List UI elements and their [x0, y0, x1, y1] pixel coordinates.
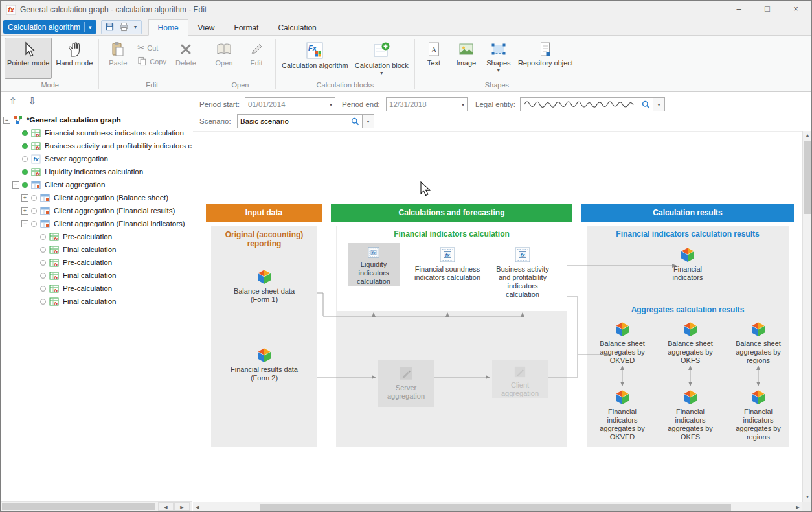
tree-item-pre-calculation-1[interactable]: Pre-calculation: [1, 230, 192, 243]
collapse-icon[interactable]: −: [21, 220, 28, 227]
chevron-down-icon: ▾: [89, 24, 92, 30]
vertical-scrollbar[interactable]: ▲ ▼: [802, 131, 811, 502]
search-icon[interactable]: [351, 117, 359, 126]
tree-item-final-calculation-1[interactable]: Final calculation: [1, 243, 192, 256]
calculation-node-icon: [31, 141, 41, 151]
legal-entity-dropdown-button[interactable]: ▾: [653, 97, 665, 111]
calculation-algorithm-menu-button[interactable]: Calculation algorithm ▾: [3, 20, 96, 34]
tree-item-final-calculation-3[interactable]: Final calculation: [1, 295, 192, 308]
diagram-node-server-aggregation-disabled[interactable]: Server aggregation: [378, 360, 434, 407]
calculation-block-button[interactable]: Calculation block ▾: [352, 38, 411, 79]
paste-button[interactable]: Paste: [102, 38, 133, 79]
legal-entity-redacted-value: [523, 99, 642, 110]
close-button[interactable]: ×: [782, 1, 810, 19]
move-up-button[interactable]: ⇧: [7, 95, 19, 107]
scroll-up-button[interactable]: ▲: [803, 131, 812, 140]
group-separator: [98, 39, 99, 89]
button-divider: [84, 22, 85, 32]
group-separator: [414, 39, 415, 89]
search-icon[interactable]: [642, 100, 650, 109]
diagram-node-fi-aggregates-regions[interactable]: Financial indicators aggregates by regio…: [729, 389, 787, 441]
scenario-dropdown-button[interactable]: ▾: [363, 114, 374, 128]
tree-item-pre-calculation-3[interactable]: Pre-calculation: [1, 282, 192, 295]
tree-item-financial-soundness[interactable]: Financial soundness indicators calculati…: [1, 126, 192, 139]
scroll-left-button[interactable]: ◀: [193, 502, 202, 512]
tree-item-client-aggregation-balance-sheet[interactable]: + Client aggregation (Balance sheet): [1, 191, 192, 204]
scrollbar-thumb[interactable]: [804, 141, 811, 214]
scroll-right-button[interactable]: ▶: [793, 502, 802, 512]
scrollbar-thumb[interactable]: [2, 503, 155, 510]
horizontal-scrollbar[interactable]: ◀ ▶: [193, 502, 802, 511]
maximize-button[interactable]: □: [753, 1, 782, 19]
chevron-down-icon: ▾: [497, 68, 500, 73]
tree-item-client-aggregation-financial-results[interactable]: + Client aggregation (Financial results): [1, 204, 192, 217]
tree-item-liquidity-indicators[interactable]: Liquidity indicators calculation: [1, 165, 192, 178]
tab-format[interactable]: Format: [224, 19, 268, 36]
hand-mode-button[interactable]: Hand mode: [53, 38, 95, 79]
diagram-node-bs-aggregates-regions[interactable]: Balance sheet aggregates by regions: [729, 321, 787, 365]
scroll-left-button[interactable]: ◀: [158, 502, 174, 511]
edit-button[interactable]: Edit: [241, 38, 272, 79]
shapes-button[interactable]: Shapes ▾: [483, 38, 514, 79]
collapse-icon[interactable]: −: [3, 117, 10, 124]
legal-entity-combobox[interactable]: [520, 97, 653, 111]
tree-horizontal-scrollbar[interactable]: ◀ ▶: [1, 501, 192, 511]
diagram-node-bs-aggregates-okfs[interactable]: Balance sheet aggregates by OKFS: [661, 321, 719, 365]
diagram-canvas[interactable]: Input data Calculations and forecasting …: [193, 131, 802, 502]
ribbon-tabs: Home View Format Calculation: [148, 19, 326, 36]
tree-item-general-calculation-graph[interactable]: − *General calculation graph: [1, 113, 192, 126]
cut-button[interactable]: ✂ Cut: [135, 43, 169, 52]
period-start-combobox[interactable]: 01/01/2014 ▾: [245, 97, 335, 111]
tab-view[interactable]: View: [188, 19, 225, 36]
copy-button[interactable]: Copy: [135, 56, 169, 67]
diagram-node-balance-sheet-data[interactable]: Balance sheet data (Form 1): [224, 268, 304, 304]
diagram-node-financial-results-data[interactable]: Financial results data (Form 2): [229, 347, 299, 382]
status-dot-empty: [40, 286, 46, 292]
scenario-combobox[interactable]: Basic scenario: [237, 114, 363, 128]
diagram-node-client-aggregation-disabled[interactable]: Client aggregation: [492, 360, 548, 398]
pointer-mode-button[interactable]: Pointer mode: [5, 38, 52, 79]
open-button[interactable]: Open: [209, 38, 240, 79]
move-down-button[interactable]: ⇩: [27, 95, 38, 107]
scrollbar-thumb[interactable]: [260, 504, 731, 511]
calculation-block-icon: [365, 246, 382, 259]
image-icon: [458, 41, 475, 58]
scroll-right-button[interactable]: ▶: [174, 502, 190, 511]
scroll-down-button[interactable]: ▼: [803, 493, 812, 502]
repository-object-button[interactable]: Repository object: [515, 38, 576, 79]
diagram-node-fi-aggregates-okved[interactable]: Financial indicators aggregates by OKVED: [593, 389, 651, 441]
text-shape-button[interactable]: Text: [418, 38, 449, 79]
diagram-node-financial-soundness[interactable]: Financial soundness indicators calculati…: [409, 246, 486, 282]
status-dot-empty: [31, 195, 37, 201]
data-cube-icon: [614, 321, 631, 338]
period-end-combobox[interactable]: 12/31/2018 ▾: [386, 97, 468, 111]
tree-item-server-aggregation[interactable]: Server aggregation: [1, 152, 192, 165]
tree-item-pre-calculation-2[interactable]: Pre-calculation: [1, 256, 192, 269]
tree-item-final-calculation-2[interactable]: Final calculation: [1, 269, 192, 282]
image-shape-button[interactable]: Image: [451, 38, 482, 79]
diagram-node-financial-indicators[interactable]: Financial indicators: [660, 246, 715, 282]
print-button[interactable]: [117, 21, 131, 34]
tree-item-client-aggregation-financial-indicators[interactable]: − Client aggregation (Financial indicato…: [1, 217, 192, 230]
chevron-down-icon: ▾: [459, 102, 464, 108]
tree-item-client-aggregation[interactable]: − Client aggregation: [1, 178, 192, 191]
diagram-node-bs-aggregates-okved[interactable]: Balance sheet aggregates by OKVED: [593, 321, 651, 365]
pointer-cursor-icon: [20, 41, 37, 58]
tab-home[interactable]: Home: [148, 19, 188, 36]
scenario-label: Scenario:: [199, 114, 231, 128]
tab-calculation[interactable]: Calculation: [268, 19, 326, 36]
diagram-node-business-activity[interactable]: Business activity and profitability indi…: [490, 246, 556, 299]
calculation-algorithm-button[interactable]: Calculation algorithm: [279, 38, 351, 79]
tree-item-business-activity[interactable]: Business activity and profitability indi…: [1, 139, 192, 152]
delete-button[interactable]: Delete: [170, 38, 201, 79]
diagram-node-liquidity-indicators-selected[interactable]: Liquidity indicators calculation: [348, 243, 400, 286]
diagram-node-fi-aggregates-okfs[interactable]: Financial indicators aggregates by OKFS: [661, 389, 719, 441]
expand-icon[interactable]: +: [21, 194, 28, 202]
save-button[interactable]: [103, 21, 117, 34]
input-section-title: Original (accounting) reporting: [219, 230, 310, 248]
status-dot-empty: [22, 156, 28, 162]
collapse-icon[interactable]: −: [12, 181, 19, 189]
qat-dropdown-button[interactable]: ▾: [131, 24, 140, 30]
minimize-button[interactable]: –: [725, 1, 753, 19]
expand-icon[interactable]: +: [21, 207, 28, 215]
